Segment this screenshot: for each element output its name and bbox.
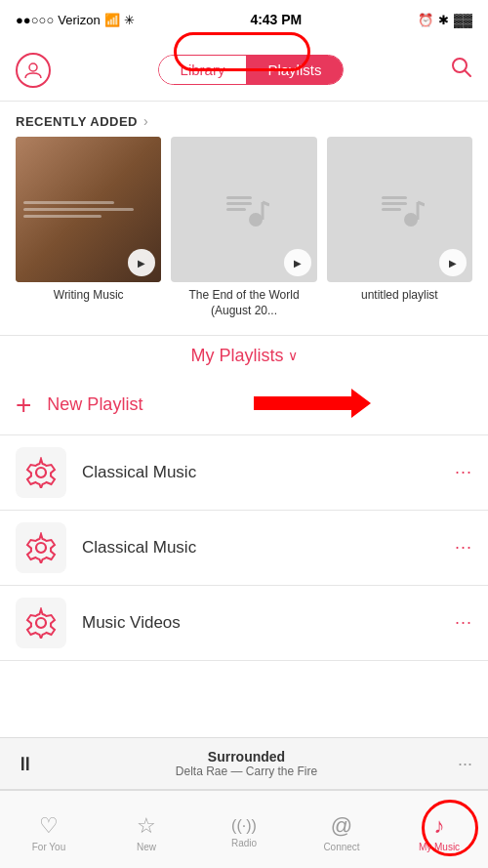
recent-label-2: The End of the World (August 20... [171,288,316,318]
tab-my-music[interactable]: ♪ My Music [390,807,488,852]
nav-header: Library Playlists [0,39,488,102]
playlist-item-1[interactable]: Classical Music ··· [0,435,488,511]
status-right: ⏰ ✱ ▓▓ [418,13,472,27]
recent-item-2[interactable]: ▶ The End of the World (August 20... [171,137,316,319]
playlist-item-2[interactable]: Classical Music ··· [0,511,488,586]
bluetooth-icon: ✱ [438,13,449,27]
svg-rect-3 [226,196,252,199]
playlist-name-2: Classical Music [82,538,439,558]
new-playlist-row[interactable]: + New Playlist [0,380,488,434]
avatar[interactable] [16,53,51,88]
svg-line-2 [465,70,470,76]
recently-added-chevron[interactable]: › [143,113,148,129]
track-title: Surrounded [47,749,446,765]
activity-icon: ✳ [124,13,135,27]
for-you-label: For You [32,842,65,852]
svg-rect-4 [226,202,252,205]
chevron-down-icon: ∨ [288,348,298,363]
more-button-1[interactable]: ··· [455,462,472,482]
tab-new[interactable]: ☆ New [98,807,195,852]
new-playlist-label: New Playlist [47,394,142,415]
pause-icon[interactable]: ⏸ [16,753,35,775]
status-left: ●●○○○ Verizon 📶 ✳ [16,13,135,27]
radio-icon: ((·)) [231,817,257,835]
playlist-icon-2 [16,522,66,573]
playlist-name-1: Classical Music [82,463,439,482]
svg-point-16 [36,468,46,477]
recent-thumb-2: ▶ [171,137,316,282]
gear-icon-2 [25,532,57,563]
play-button-3[interactable]: ▶ [439,249,467,276]
signal-dots: ●●○○○ [16,13,54,27]
playlist-icon-1 [16,447,66,498]
radio-label: Radio [231,838,257,848]
alarm-icon: ⏰ [418,13,433,27]
playlist-name-3: Music Videos [82,613,439,633]
battery-icon: ▓▓ [454,13,472,27]
plus-icon: + [16,392,31,419]
music-icon: ♪ [434,813,445,839]
library-tab[interactable]: Library [159,56,247,84]
recently-added-title: RECENTLY ADDED [16,114,138,129]
connect-icon: @ [331,813,352,839]
my-music-label: My Music [419,842,460,852]
now-playing-bar[interactable]: ⏸ Surrounded Delta Rae — Carry the Fire … [0,737,488,790]
status-bar: ●●○○○ Verizon 📶 ✳ 4:43 PM ⏰ ✱ ▓▓ [0,0,488,39]
recent-item-3[interactable]: ▶ untitled playlist [327,137,472,319]
music-note-icon-2 [219,185,269,235]
svg-rect-11 [382,208,401,211]
svg-rect-9 [382,196,407,199]
more-button-3[interactable]: ··· [455,612,472,633]
svg-point-0 [29,63,37,71]
playlist-icon-3 [16,598,66,648]
svg-point-12 [404,213,418,227]
recent-label-3: untitled playlist [327,288,472,304]
tab-for-you[interactable]: ♡ For You [0,807,98,852]
track-artist: Delta Rae — Carry the Fire [47,765,446,778]
svg-point-6 [249,213,263,227]
tab-bar: ♡ For You ☆ New ((·)) Radio @ Connect ♪ … [0,790,488,868]
svg-rect-10 [382,202,407,205]
svg-point-17 [36,543,46,553]
search-icon[interactable] [451,57,472,84]
recent-thumb-3: ▶ [327,137,472,282]
track-info: Surrounded Delta Rae — Carry the Fire [47,749,446,778]
nav-tabs: Library Playlists [158,55,345,85]
more-button-2[interactable]: ··· [455,537,472,558]
connect-label: Connect [323,842,359,852]
heart-icon: ♡ [39,813,59,839]
my-playlists-header[interactable]: My Playlists ∨ [0,335,488,380]
recent-label-1: Writing Music [16,288,161,304]
playlists-tab[interactable]: Playlists [246,56,343,84]
wifi-icon: 📶 [104,13,120,27]
my-playlists-title: My Playlists [190,346,283,366]
recently-added-grid: ▶ Writing Music ▶ The End of the World (… [0,137,488,335]
status-time: 4:43 PM [250,12,302,27]
carrier: Verizon [58,13,100,27]
star-icon: ☆ [137,813,156,839]
svg-point-18 [36,618,46,628]
gear-icon-3 [25,607,57,639]
recent-thumb-1: ▶ [16,137,161,282]
recently-added-header: RECENTLY ADDED › [0,102,488,137]
playlist-item-3[interactable]: Music Videos ··· [0,586,488,661]
playlist-list: Classical Music ··· Classical Music ··· … [0,434,488,661]
play-button-2[interactable]: ▶ [284,249,311,276]
tab-connect[interactable]: @ Connect [293,807,390,852]
tab-radio[interactable]: ((·)) Radio [195,811,293,848]
music-note-icon-3 [374,185,425,235]
new-label: New [137,842,156,852]
now-playing-more-button[interactable]: ··· [458,754,472,774]
svg-rect-5 [226,208,246,211]
recent-item-1[interactable]: ▶ Writing Music [16,137,161,319]
gear-icon-1 [25,457,57,488]
